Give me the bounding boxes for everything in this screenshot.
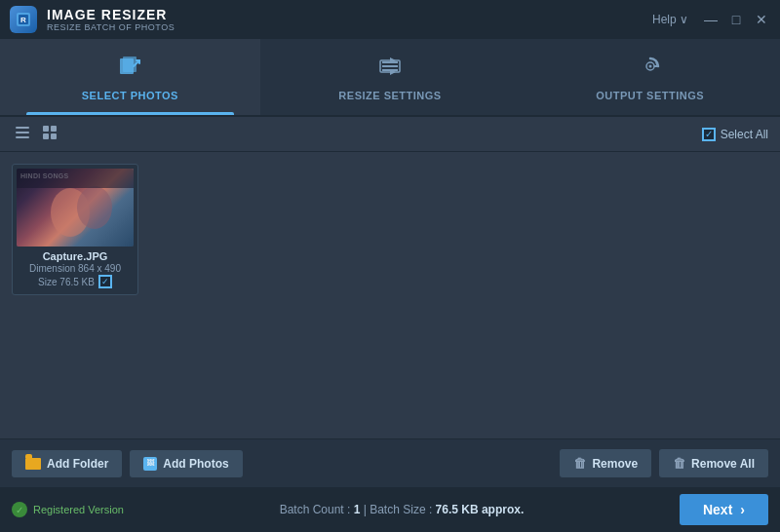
- title-bar-left: R IMAGE RESIZER RESIZE BATCH OF PHOTOS: [10, 6, 175, 33]
- remove-icon: 🗑: [573, 456, 586, 471]
- app-title-group: IMAGE RESIZER RESIZE BATCH OF PHOTOS: [47, 7, 175, 32]
- tab-select-photos[interactable]: SELECT PHOTOS: [0, 39, 260, 115]
- photo-name: Capture.JPG: [19, 250, 132, 262]
- next-icon: ›: [740, 502, 745, 517]
- status-bar: ✓ Registered Version Batch Count : 1 | B…: [0, 487, 780, 532]
- output-settings-icon: [637, 53, 664, 84]
- select-all-label: Select All: [721, 128, 768, 141]
- batch-info: Batch Count : 1 | Batch Size : 76.5 KB a…: [280, 503, 525, 516]
- svg-point-16: [77, 186, 112, 229]
- tab-resize-settings-label: RESIZE SETTINGS: [338, 90, 441, 101]
- add-buttons: Add Folder 🖼 Add Photos: [12, 450, 243, 477]
- svg-rect-11: [43, 126, 49, 132]
- registered-icon: ✓: [12, 502, 27, 517]
- minimize-button[interactable]: —: [702, 11, 720, 28]
- add-photo-icon: 🖼: [143, 457, 157, 471]
- tab-resize-settings[interactable]: RESIZE SETTINGS: [260, 39, 521, 115]
- svg-point-7: [648, 65, 651, 68]
- list-view-button[interactable]: [12, 122, 33, 147]
- photos-content: HINDI SONGS Capture.JPG Dimension 864 x …: [0, 152, 780, 425]
- remove-button[interactable]: 🗑 Remove: [560, 449, 651, 477]
- tab-bar: SELECT PHOTOS RESIZE SETTINGS OUTPUT SET…: [0, 39, 780, 117]
- svg-rect-17: [17, 169, 134, 188]
- title-bar: R IMAGE RESIZER RESIZE BATCH OF PHOTOS H…: [0, 0, 780, 39]
- batch-count: 1: [354, 503, 361, 516]
- bottom-toolbar: Add Folder 🖼 Add Photos 🗑 Remove 🗑 Remov…: [0, 438, 780, 487]
- svg-rect-12: [51, 126, 57, 132]
- title-bar-right: Help ∨ — □ ✕: [646, 11, 770, 28]
- registered-version: ✓ Registered Version: [12, 502, 124, 517]
- photo-checkbox[interactable]: [98, 275, 112, 288]
- remove-all-icon: 🗑: [673, 456, 685, 471]
- tab-output-settings-label: OUTPUT SETTINGS: [596, 90, 704, 101]
- svg-text:R: R: [20, 16, 26, 24]
- app-title: IMAGE RESIZER: [47, 7, 175, 22]
- select-all-container[interactable]: Select All: [702, 128, 768, 141]
- svg-rect-10: [16, 136, 29, 138]
- app-subtitle: RESIZE BATCH OF PHOTOS: [47, 22, 175, 32]
- registered-label: Registered Version: [33, 504, 124, 515]
- svg-rect-14: [51, 133, 57, 139]
- photo-size: Size 76.5 KB: [19, 275, 132, 288]
- photo-dimension: Dimension 864 x 490: [19, 263, 132, 274]
- remove-all-button[interactable]: 🗑 Remove All: [659, 449, 768, 477]
- batch-label: Batch Count :: [280, 503, 351, 516]
- next-button[interactable]: Next ›: [680, 494, 768, 525]
- remove-buttons: 🗑 Remove 🗑 Remove All: [560, 449, 768, 477]
- app-icon: R: [10, 6, 37, 33]
- add-photos-button[interactable]: 🖼 Add Photos: [130, 450, 242, 477]
- close-button[interactable]: ✕: [753, 11, 770, 28]
- resize-settings-icon: [376, 53, 404, 84]
- photo-thumbnail: HINDI SONGS: [17, 169, 134, 247]
- svg-rect-8: [16, 127, 29, 129]
- batch-size: 76.5 KB approx.: [436, 503, 525, 516]
- grid-view-button[interactable]: [39, 122, 60, 147]
- restore-button[interactable]: □: [727, 11, 745, 28]
- help-button[interactable]: Help ∨: [646, 11, 694, 28]
- next-label: Next: [703, 502, 732, 517]
- select-all-checkbox[interactable]: [702, 128, 716, 141]
- batch-size-sep: | Batch Size :: [364, 503, 432, 516]
- photo-info: Capture.JPG Dimension 864 x 490 Size 76.…: [17, 247, 134, 290]
- svg-rect-9: [16, 132, 29, 133]
- tab-output-settings[interactable]: OUTPUT SETTINGS: [520, 39, 780, 115]
- photo-thumb-visual: HINDI SONGS: [17, 169, 134, 247]
- add-folder-button[interactable]: Add Folder: [12, 450, 122, 477]
- folder-icon: [25, 458, 41, 470]
- tab-select-photos-label: SELECT PHOTOS: [82, 90, 178, 101]
- svg-rect-13: [43, 133, 49, 139]
- select-photos-icon: [116, 53, 143, 84]
- content-toolbar: Select All: [0, 117, 780, 152]
- photo-item[interactable]: HINDI SONGS Capture.JPG Dimension 864 x …: [12, 164, 138, 295]
- view-toggle: [12, 122, 60, 147]
